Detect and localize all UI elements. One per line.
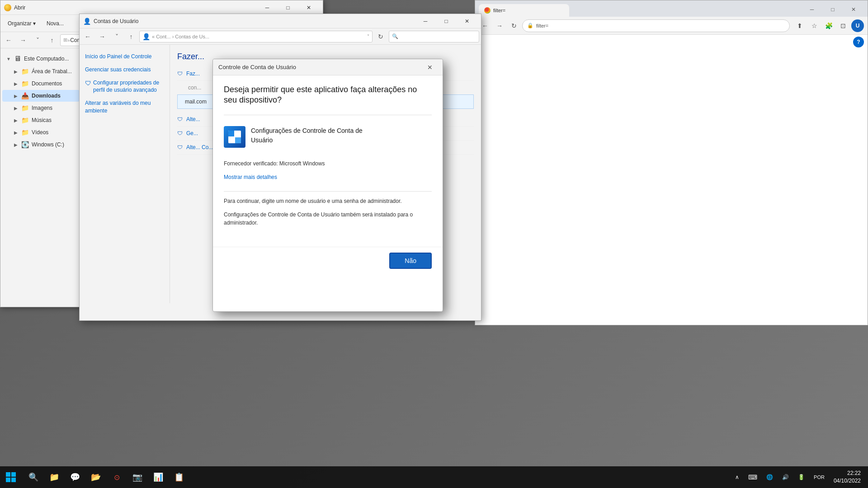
- abrir-up-btn[interactable]: ↑: [46, 34, 58, 47]
- uac-app-icon-inner: [228, 131, 241, 143]
- abrir-window-controls: ─ □ ✕: [257, 0, 319, 15]
- uac-more-details-link[interactable]: Mostrar mais detalhes: [224, 174, 432, 180]
- keyboard-icon: ⌨: [748, 474, 757, 481]
- folder-icon: 📁: [21, 104, 29, 112]
- expand-icon: ▶: [13, 117, 19, 123]
- expand-icon: ▶: [13, 130, 19, 135]
- ua-titlebar: 👤 Contas de Usuário ─ □ ✕: [80, 14, 481, 28]
- chrome-maximize-btn[interactable]: □: [822, 2, 843, 17]
- ua-dropdown-btn[interactable]: ˅: [110, 30, 123, 43]
- sidebar-item-este-computador[interactable]: ▼ 🖥 Este Computado...: [2, 52, 80, 65]
- shield-icon: 🛡: [177, 130, 183, 136]
- ua-address-bar[interactable]: 👤 « Cont... › Contas de Us... ˅: [139, 31, 373, 42]
- computer-icon: 🖥: [14, 55, 21, 63]
- ua-forward-btn[interactable]: →: [96, 30, 108, 43]
- battery-icon: 🔋: [798, 474, 805, 480]
- chrome-address-bar[interactable]: 🔒 filter=: [522, 19, 790, 32]
- sidebar-item-windows-c[interactable]: ▶ 💽 Windows (C:): [2, 139, 80, 150]
- chrome-profile-btn[interactable]: U: [851, 19, 864, 32]
- sidebar-item-videos[interactable]: ▶ 📁 Vídeos: [2, 127, 80, 138]
- uac-app-name: Configurações de Controle de Conta de Us…: [251, 126, 363, 145]
- ua-nav-bar: ← → ˅ ↑ 👤 « Cont... › Contas de Us... ˅ …: [80, 28, 481, 45]
- sidebar-item-documentos[interactable]: ▶ 📁 Documentos: [2, 78, 80, 89]
- ua-inicio-link[interactable]: Início do Painel de Controle: [83, 50, 166, 63]
- windows-logo: [6, 472, 16, 482]
- uac-verified-label: Fornecedor verificado: Microsoft Windows: [224, 160, 432, 167]
- taskbar-clock[interactable]: 22:22 04/10/2022: [830, 469, 864, 485]
- abrir-icon: [4, 4, 11, 11]
- abrir-back-btn[interactable]: ←: [2, 34, 15, 47]
- taskbar-folder-btn[interactable]: 📂: [86, 467, 106, 487]
- abrir-title: Abrir: [14, 5, 257, 11]
- chrome-forward-btn[interactable]: →: [493, 19, 506, 32]
- taskbar-file-explorer-btn[interactable]: 📁: [44, 467, 64, 487]
- taskbar-network[interactable]: 🌐: [763, 474, 777, 480]
- taskbar-chrome-btn[interactable]: ⊙: [107, 467, 127, 487]
- chrome-tab[interactable]: filter=: [479, 4, 569, 17]
- chrome-help-btn[interactable]: ?: [853, 37, 864, 47]
- nova-btn[interactable]: Nova...: [43, 19, 67, 28]
- ua-search[interactable]: 🔍: [389, 31, 479, 42]
- camera-icon: 📷: [132, 472, 142, 482]
- taskbar-spreadsheet-btn[interactable]: 📋: [169, 467, 189, 487]
- sidebar-item-musicas[interactable]: ▶ 📁 Músicas: [2, 114, 80, 126]
- file-explorer-icon: 📁: [49, 472, 59, 482]
- taskbar-teams-btn[interactable]: 💬: [65, 467, 85, 487]
- taskbar-search-btn[interactable]: 🔍: [24, 467, 43, 487]
- sidebar-item-downloads[interactable]: ▶ 📥 Downloads: [2, 90, 80, 102]
- taskbar-system-tray: ∧ ⌨ 🌐 🔊 🔋 POR 22:22 04/10/2022: [731, 469, 868, 485]
- taskbar-date: 04/10/2022: [834, 477, 861, 485]
- uac-close-btn[interactable]: ✕: [423, 61, 437, 74]
- taskbar-speaker[interactable]: 🔊: [778, 474, 793, 480]
- abrir-maximize-btn[interactable]: □: [278, 0, 298, 15]
- chrome-split-btn[interactable]: ⊡: [837, 19, 849, 32]
- uac-continue-text: Para continuar, digite um nome de usuári…: [224, 197, 432, 205]
- taskbar-icons: 🔍 📁 💬 📂 ⊙ 📷 📊 📋: [24, 467, 189, 487]
- organize-btn[interactable]: Organizar ▾: [4, 19, 39, 28]
- chrome-share-btn[interactable]: ⬆: [793, 19, 806, 32]
- ua-address-icon: 👤: [142, 33, 150, 40]
- ua-perfil-link[interactable]: 🛡 Configurar propriedades de perfil de u…: [83, 76, 166, 97]
- uac-separator: [224, 115, 432, 115]
- shield-icon: 🛡: [177, 144, 183, 150]
- ua-minimize-btn[interactable]: ─: [415, 14, 436, 28]
- teams-icon: 💬: [70, 472, 80, 482]
- chrome-close-btn[interactable]: ✕: [843, 2, 864, 17]
- chrome-refresh-btn[interactable]: ↻: [508, 19, 520, 32]
- chrome-bookmark-btn[interactable]: ☆: [808, 19, 821, 32]
- ua-credenciais-link[interactable]: Gerenciar suas credenciais: [83, 63, 166, 76]
- ua-icon: 👤: [83, 18, 91, 25]
- abrir-recent-btn[interactable]: ˅: [31, 34, 44, 47]
- ua-refresh-btn[interactable]: ↻: [374, 30, 387, 43]
- chrome-content: ?: [475, 35, 868, 325]
- ua-maximize-btn[interactable]: □: [436, 14, 457, 28]
- folder-icon: 📁: [21, 68, 29, 75]
- uac-no-button[interactable]: Não: [389, 253, 432, 269]
- expand-icon: ▼: [6, 56, 11, 61]
- sidebar-item-imagens[interactable]: ▶ 📁 Imagens: [2, 102, 80, 114]
- taskbar-language[interactable]: POR: [810, 474, 828, 480]
- abrir-forward-btn[interactable]: →: [17, 34, 29, 47]
- ua-left-panel: Início do Painel de Controle Gerenciar s…: [80, 45, 170, 303]
- chrome-nav: ← → ↻ 🔒 filter= ⬆ ☆ 🧩 ⊡ U: [475, 17, 868, 35]
- taskbar-battery[interactable]: 🔋: [794, 474, 808, 480]
- sidebar-item-area-trabalho[interactable]: ▶ 📁 Área de Trabal...: [2, 66, 80, 77]
- ua-close-btn[interactable]: ✕: [457, 14, 477, 28]
- taskbar-keyboard-layout[interactable]: ⌨: [745, 474, 761, 481]
- taskbar-camera-btn[interactable]: 📷: [127, 467, 147, 487]
- abrir-minimize-btn[interactable]: ─: [257, 0, 278, 15]
- chrome-extensions-btn[interactable]: 🧩: [822, 19, 835, 32]
- ua-up-btn[interactable]: ↑: [125, 30, 137, 43]
- start-button[interactable]: [0, 466, 22, 488]
- expand-icon: ▶: [13, 142, 19, 147]
- ua-title: Contas de Usuário: [94, 18, 415, 24]
- chrome-minimize-btn[interactable]: ─: [802, 2, 822, 17]
- taskbar-chevron[interactable]: ∧: [731, 474, 743, 480]
- ua-variaveis-link[interactable]: Alterar as variáveis do meu ambiente: [83, 97, 166, 117]
- chrome-window-controls: ─ □ ✕: [802, 2, 864, 17]
- abrir-close-btn[interactable]: ✕: [298, 0, 319, 15]
- taskbar-presentation-btn[interactable]: 📊: [148, 467, 168, 487]
- ua-back-btn[interactable]: ←: [81, 30, 94, 43]
- shield-icon: 🛡: [177, 116, 183, 122]
- chrome-tab-title: filter=: [493, 8, 505, 13]
